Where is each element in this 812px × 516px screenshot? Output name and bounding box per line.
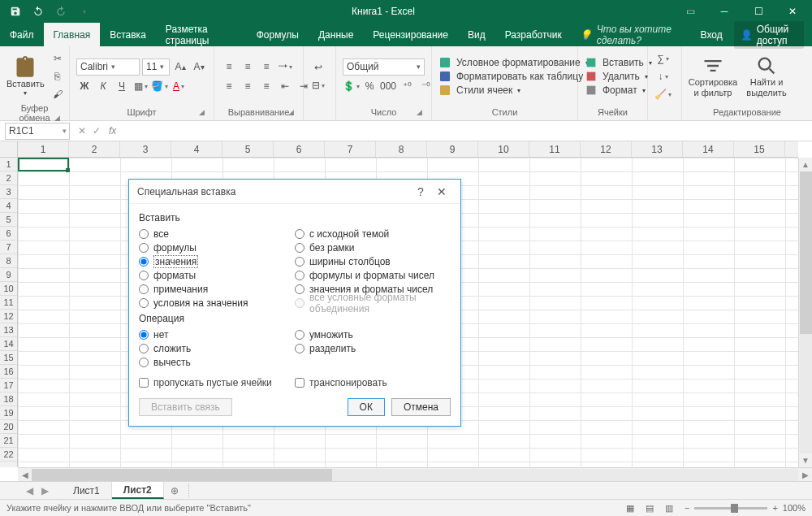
dialog-launcher-icon[interactable]: ◢: [54, 114, 60, 122]
share-button[interactable]: 👤Общий доступ: [734, 21, 804, 49]
h-scroll-thumb[interactable]: [32, 469, 332, 481]
format-as-table-button[interactable]: Форматировать как таблицу ▾: [438, 70, 591, 83]
decrease-font-icon[interactable]: A▾: [191, 59, 207, 75]
dialog-launcher-icon[interactable]: ◢: [288, 108, 294, 116]
minimize-icon[interactable]: ─: [708, 2, 741, 21]
radio-option[interactable]: вычесть: [139, 355, 295, 369]
radio-option[interactable]: формулы: [139, 241, 295, 254]
tab-file[interactable]: Файл: [0, 23, 44, 46]
format-painter-icon[interactable]: 🖌: [50, 86, 66, 102]
format-cells-button[interactable]: Формат ▾: [585, 84, 652, 97]
cancel-button[interactable]: Отмена: [391, 398, 451, 416]
zoom-out-icon[interactable]: −: [685, 503, 689, 513]
tab-home[interactable]: Главная: [44, 23, 101, 46]
autosum-icon[interactable]: ∑: [654, 50, 672, 67]
tab-insert[interactable]: Вставка: [100, 23, 156, 46]
bold-icon[interactable]: Ж: [76, 78, 93, 94]
column-header[interactable]: 10: [478, 141, 529, 157]
zoom-in-icon[interactable]: +: [772, 503, 777, 513]
qat-customize-icon[interactable]: [75, 2, 93, 20]
radio-option[interactable]: умножить: [295, 327, 451, 341]
row-header[interactable]: 14: [0, 337, 17, 351]
align-bottom-icon[interactable]: ≡: [258, 59, 274, 75]
radio-option[interactable]: без рамки: [295, 241, 451, 254]
sign-in-button[interactable]: Вход: [701, 29, 723, 41]
enter-formula-icon[interactable]: ✓: [93, 125, 101, 137]
column-header[interactable]: 13: [632, 141, 683, 157]
scroll-left-icon[interactable]: ◀: [18, 470, 32, 479]
undo-icon[interactable]: [29, 2, 47, 20]
row-header[interactable]: 10: [0, 282, 17, 296]
column-header[interactable]: 7: [325, 141, 376, 157]
row-header[interactable]: 15: [0, 351, 17, 365]
cancel-formula-icon[interactable]: ✕: [78, 125, 86, 137]
increase-font-icon[interactable]: A▴: [172, 59, 188, 75]
column-header[interactable]: 4: [171, 141, 222, 157]
maximize-icon[interactable]: ☐: [742, 2, 775, 21]
align-right-icon[interactable]: ≡: [258, 78, 274, 94]
radio-option[interactable]: примечания: [139, 282, 295, 296]
cut-icon[interactable]: ✂: [50, 50, 66, 67]
row-header[interactable]: 4: [0, 199, 17, 213]
redo-icon[interactable]: [52, 2, 70, 20]
tab-developer[interactable]: Разработчик: [495, 23, 572, 46]
row-header[interactable]: 16: [0, 365, 17, 379]
scroll-right-icon[interactable]: ▶: [798, 470, 812, 479]
row-header[interactable]: 8: [0, 254, 17, 268]
tab-view[interactable]: Вид: [458, 23, 495, 46]
tab-page-layout[interactable]: Разметка страницы: [156, 23, 247, 46]
column-header[interactable]: 8: [376, 141, 427, 157]
row-header[interactable]: 6: [0, 227, 17, 241]
copy-icon[interactable]: ⎘: [50, 68, 66, 85]
column-header[interactable]: 1: [18, 141, 69, 157]
save-icon[interactable]: [6, 2, 24, 20]
sort-filter-button[interactable]: Сортировка и фильтр: [689, 50, 737, 103]
page-break-view-icon[interactable]: ▥: [660, 501, 678, 514]
font-size-combo[interactable]: 11▾: [142, 59, 170, 76]
merge-icon[interactable]: ⊟: [310, 77, 326, 93]
radio-option[interactable]: все: [139, 227, 295, 241]
radio-option[interactable]: разделить: [295, 341, 451, 355]
row-header[interactable]: 9: [0, 268, 17, 282]
radio-option[interactable]: формулы и форматы чисел: [295, 268, 451, 282]
select-all-corner[interactable]: [0, 141, 18, 158]
name-box[interactable]: R1C1▾: [5, 123, 70, 140]
row-header[interactable]: 22: [0, 448, 17, 462]
formula-bar[interactable]: fx: [109, 123, 812, 140]
radio-option[interactable]: условия на значения: [139, 296, 295, 310]
dialog-launcher-icon[interactable]: ◢: [199, 108, 205, 116]
fill-color-icon[interactable]: 🪣: [151, 78, 168, 94]
italic-icon[interactable]: К: [95, 78, 111, 94]
zoom-value[interactable]: 100%: [783, 503, 806, 513]
row-headers[interactable]: 12345678910111213141516171819202122: [0, 158, 18, 467]
increase-decimal-icon[interactable]: ⁺⁰: [399, 78, 415, 94]
dialog-close-icon[interactable]: ✕: [431, 185, 452, 198]
column-header[interactable]: 6: [274, 141, 325, 157]
insert-cells-button[interactable]: Вставить ▾: [585, 56, 652, 69]
normal-view-icon[interactable]: ▦: [621, 501, 639, 514]
row-header[interactable]: 20: [0, 420, 17, 434]
number-format-combo[interactable]: Общий▾: [343, 59, 425, 76]
row-header[interactable]: 2: [0, 171, 17, 185]
align-center-icon[interactable]: ≡: [240, 78, 256, 94]
radio-option[interactable]: с исходной темой: [295, 227, 451, 241]
page-layout-view-icon[interactable]: ▤: [641, 501, 659, 514]
wrap-text-icon[interactable]: ↩: [310, 59, 326, 76]
tell-me-search[interactable]: 💡Что вы хотите сделать?: [572, 23, 701, 46]
column-header[interactable]: 3: [120, 141, 171, 157]
decrease-decimal-icon[interactable]: ⁻⁰: [417, 78, 434, 94]
row-header[interactable]: 18: [0, 392, 17, 406]
sheet-tab-2[interactable]: Лист2: [112, 482, 164, 499]
paste-link-button[interactable]: Вставить связь: [139, 398, 232, 416]
column-header[interactable]: 11: [529, 141, 581, 157]
font-family-combo[interactable]: Calibri▾: [76, 59, 140, 76]
font-color-icon[interactable]: A: [171, 78, 187, 94]
row-header[interactable]: 17: [0, 379, 17, 392]
radio-option[interactable]: нет: [139, 327, 295, 341]
border-icon[interactable]: ▦: [132, 78, 149, 94]
row-header[interactable]: 19: [0, 406, 17, 420]
comma-icon[interactable]: 000: [380, 78, 396, 94]
row-header[interactable]: 5: [0, 213, 17, 227]
row-header[interactable]: 12: [0, 310, 17, 323]
transpose-checkbox[interactable]: транспонировать: [295, 377, 451, 388]
